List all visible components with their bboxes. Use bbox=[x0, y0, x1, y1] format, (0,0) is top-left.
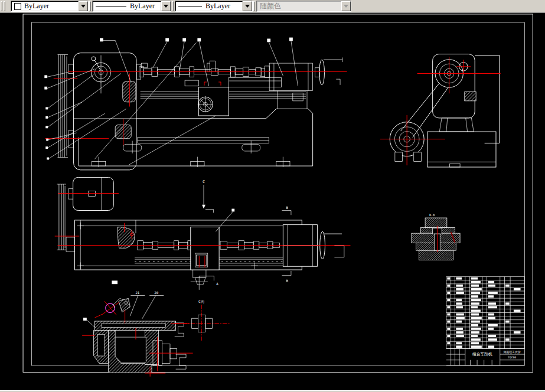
linetype-combobox-arrow[interactable] bbox=[161, 1, 171, 11]
title-block-title: 组合车削机 bbox=[472, 352, 492, 357]
svg-text:21: 21 bbox=[135, 291, 139, 295]
lineweight-combobox[interactable]: ByLayer bbox=[175, 1, 253, 12]
color-swatch-icon bbox=[14, 3, 21, 10]
title-block: 组合车削机 湖南理工大学 TQC00 bbox=[446, 277, 524, 365]
lineweight-combobox-value: ByLayer bbox=[205, 2, 230, 11]
toolbar-grip[interactable] bbox=[253, 1, 255, 11]
toolbar-grip[interactable] bbox=[89, 1, 91, 11]
linetype-combobox[interactable]: ByLayer bbox=[92, 1, 171, 12]
section-detail-view: b-b bbox=[412, 213, 460, 260]
shaft-detail-view: C向 bbox=[175, 299, 231, 341]
svg-text:b-b: b-b bbox=[429, 213, 435, 217]
chevron-down-icon bbox=[164, 5, 168, 8]
lineweight-glyph-icon bbox=[178, 6, 202, 6]
chevron-down-icon bbox=[344, 5, 348, 8]
plotstyle-combobox: 随颜色 bbox=[256, 1, 351, 12]
plotstyle-combobox-value: 随颜色 bbox=[260, 1, 281, 11]
bom-grid bbox=[446, 277, 524, 349]
title-block-org: 湖南理工大学 bbox=[504, 350, 521, 354]
chevron-down-icon bbox=[245, 5, 250, 8]
title-block-code: TQC00 bbox=[508, 356, 516, 359]
front-view bbox=[44, 38, 347, 170]
drawing-canvas[interactable]: C B B A 21 20 bbox=[0, 13, 545, 390]
linetype-combobox-value: ByLayer bbox=[130, 2, 155, 11]
lineweight-combobox-arrow[interactable] bbox=[243, 1, 252, 11]
apron-detail-view: 21 20 bbox=[82, 291, 193, 377]
svg-text:B: B bbox=[286, 279, 288, 283]
svg-text:C向: C向 bbox=[198, 299, 204, 303]
color-combobox-value: ByLayer bbox=[24, 2, 49, 11]
plan-view: C B B A bbox=[55, 177, 351, 289]
linetype-glyph-icon bbox=[96, 6, 126, 6]
toolbar-grip[interactable] bbox=[4, 1, 5, 11]
svg-text:C: C bbox=[203, 179, 205, 184]
color-combobox-arrow[interactable] bbox=[79, 1, 88, 11]
toolbar-grip[interactable] bbox=[1, 1, 2, 11]
svg-text:B: B bbox=[286, 206, 288, 210]
color-combobox[interactable]: ByLayer bbox=[11, 1, 89, 12]
chevron-down-icon bbox=[81, 5, 86, 8]
toolbar-grip[interactable] bbox=[172, 1, 174, 11]
svg-text:20: 20 bbox=[154, 291, 158, 295]
properties-toolbar: ByLayer ByLayer ByLayer 随颜色 bbox=[0, 0, 545, 13]
side-view bbox=[380, 54, 501, 167]
svg-text:A: A bbox=[216, 282, 218, 286]
plotstyle-combobox-arrow bbox=[341, 1, 351, 11]
cad-application-window: ByLayer ByLayer ByLayer 随颜色 bbox=[0, 0, 545, 392]
